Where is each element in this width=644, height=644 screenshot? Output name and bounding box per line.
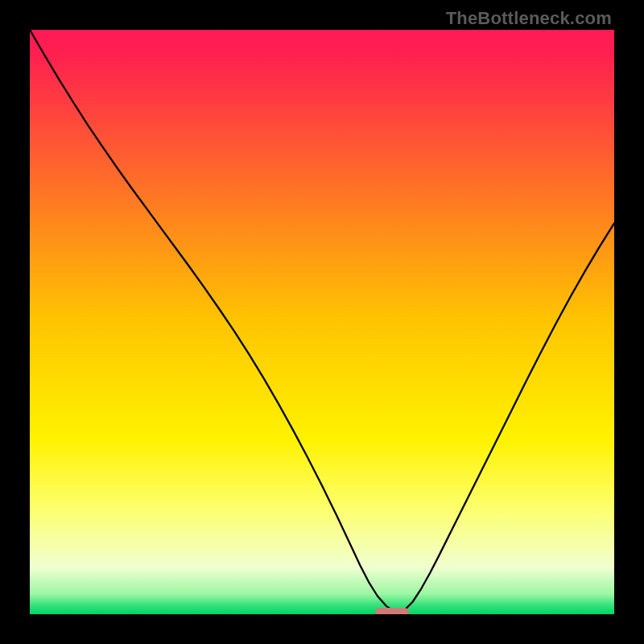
optimal-marker — [375, 608, 409, 614]
plot-area — [30, 30, 614, 614]
chart-frame: TheBottleneck.com — [0, 0, 644, 644]
watermark-label: TheBottleneck.com — [446, 8, 612, 29]
bottleneck-curve — [30, 30, 614, 614]
